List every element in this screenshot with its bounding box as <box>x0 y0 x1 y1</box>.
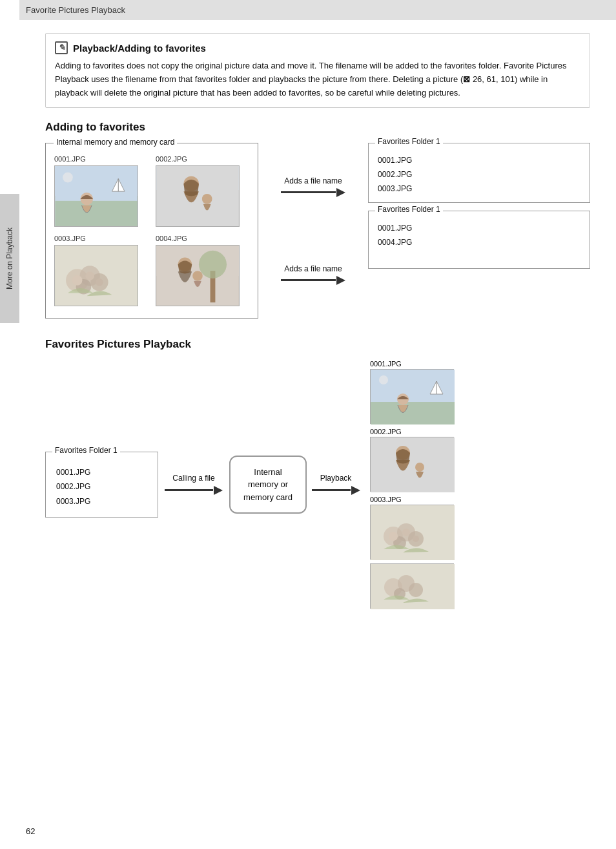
source-image-1: 0001.JPG <box>54 155 148 227</box>
memory-label: Internal memory or memory card <box>243 467 293 502</box>
output-image-2: 0002.JPG <box>370 428 454 492</box>
output-thumb-4 <box>370 563 454 609</box>
source-images-grid: 0001.JPG <box>51 149 252 313</box>
playback-fav-files: 0001.JPG 0002.JPG 0003.JPG <box>56 460 147 509</box>
svg-point-37 <box>402 529 410 536</box>
svg-point-8 <box>202 194 212 204</box>
fav-folder-box-2: Favorites Folder 1 0001.JPG 0004.JPG <box>368 211 590 269</box>
note-title-text: Playback/Adding to favorites <box>73 43 206 54</box>
favorites-folders-col: Favorites Folder 1 0001.JPG 0002.JPG 000… <box>368 143 590 319</box>
output-image-1: 0001.JPG <box>370 360 454 424</box>
svg-point-16 <box>96 278 103 286</box>
page-number: 62 <box>26 826 35 836</box>
header-title: Favorite Pictures Playback <box>26 5 125 15</box>
svg-rect-6 <box>156 166 238 226</box>
memory-box: Internal memory or memory card <box>229 456 307 514</box>
svg-point-24 <box>379 375 388 384</box>
arrow-2: Adds a file name <box>281 264 345 286</box>
adding-section-title: Adding to favorites <box>45 121 590 134</box>
playback-fav-box: Favorites Folder 1 0001.JPG 0002.JPG 000… <box>45 452 158 518</box>
fav-folder-1-file-3: 0003.JPG <box>378 182 580 196</box>
output-image-4 <box>370 563 454 609</box>
source-filename-3: 0003.JPG <box>54 235 86 242</box>
playback-arrow: Playback <box>307 474 365 496</box>
center-arrows-col: Adds a file name Adds a file name <box>258 143 368 319</box>
output-thumb-2 <box>370 437 454 492</box>
source-filename-4: 0004.JPG <box>156 235 187 242</box>
svg-rect-1 <box>55 201 137 226</box>
arrow-1-graphic <box>281 187 345 198</box>
source-filename-1: 0001.JPG <box>54 155 86 163</box>
side-tab: More on Playback <box>0 194 19 323</box>
source-thumb-2 <box>156 165 240 227</box>
playback-fav-file-3: 0003.JPG <box>56 494 147 509</box>
svg-point-5 <box>81 193 94 206</box>
output-filename-2: 0002.JPG <box>370 428 402 435</box>
fav-folder-box-1: Favorites Folder 1 0001.JPG 0002.JPG 000… <box>368 143 590 203</box>
note-title: ✎ Playback/Adding to favorites <box>55 41 580 54</box>
fav-folder-1-label: Favorites Folder 1 <box>375 137 443 146</box>
calling-arrow: Calling a file <box>158 474 229 496</box>
svg-point-36 <box>389 532 398 541</box>
arrow-2-graphic <box>281 275 345 286</box>
fav-folder-1-file-2: 0002.JPG <box>378 168 580 182</box>
playback-arrow-graphic <box>312 485 360 496</box>
svg-point-42 <box>409 583 423 597</box>
playback-diagram: Favorites Folder 1 0001.JPG 0002.JPG 000… <box>45 360 590 609</box>
playback-fav-file-1: 0001.JPG <box>56 465 147 480</box>
note-section: ✎ Playback/Adding to favorites Adding to… <box>45 33 590 108</box>
svg-rect-28 <box>371 437 455 492</box>
playback-arrow-label: Playback <box>320 474 352 483</box>
output-thumb-1 <box>370 369 454 424</box>
source-image-4: 0004.JPG <box>156 235 249 306</box>
svg-point-14 <box>72 275 83 286</box>
fav-folder-2-files: 0001.JPG 0004.JPG <box>378 218 580 249</box>
arrow-1-label: Adds a file name <box>284 176 342 185</box>
output-filename-3: 0003.JPG <box>370 496 402 503</box>
output-image-3: 0003.JPG <box>370 496 454 560</box>
source-image-3: 0003.JPG <box>54 235 148 306</box>
header-bar: Favorite Pictures Playback <box>19 0 616 20</box>
fav-folder-2-label: Favorites Folder 1 <box>375 205 443 214</box>
source-box: Internal memory and memory card 0001.JPG <box>45 143 258 319</box>
svg-point-19 <box>199 251 227 278</box>
output-thumb-3 <box>370 505 454 560</box>
svg-point-30 <box>415 463 424 472</box>
fav-folder-2-file-1: 0001.JPG <box>378 222 580 236</box>
note-body-text: Adding to favorites does not copy the or… <box>55 59 580 100</box>
svg-rect-23 <box>371 402 455 424</box>
side-tab-label: More on Playback <box>5 227 14 289</box>
arrow-2-label: Adds a file name <box>284 264 342 273</box>
output-images-col: 0001.JPG <box>370 360 454 609</box>
svg-point-38 <box>413 536 419 542</box>
fav-folder-1-files: 0001.JPG 0002.JPG 0003.JPG <box>378 150 580 196</box>
output-filename-1: 0001.JPG <box>370 360 402 368</box>
fav-folder-1-file-1: 0001.JPG <box>378 154 580 168</box>
playback-fav-file-2: 0002.JPG <box>56 479 147 494</box>
source-filename-2: 0002.JPG <box>156 155 187 163</box>
source-box-label: Internal memory and memory card <box>54 138 177 147</box>
source-image-2: 0002.JPG <box>156 155 249 227</box>
note-icon: ✎ <box>55 41 68 54</box>
svg-point-15 <box>85 272 94 281</box>
source-thumb-4 <box>156 245 240 306</box>
adding-diagram: Internal memory and memory card 0001.JPG <box>45 143 590 319</box>
playback-section-title: Favorites Pictures Playback <box>45 338 590 351</box>
calling-label: Calling a file <box>172 474 214 483</box>
fav-folder-2-file-2: 0004.JPG <box>378 236 580 250</box>
source-thumb-3 <box>54 245 138 306</box>
calling-arrow-graphic <box>165 485 223 496</box>
arrow-1: Adds a file name <box>281 176 345 198</box>
svg-point-2 <box>63 173 73 183</box>
svg-point-21 <box>192 271 203 282</box>
playback-fav-label: Favorites Folder 1 <box>52 446 120 455</box>
source-thumb-1 <box>54 165 138 227</box>
